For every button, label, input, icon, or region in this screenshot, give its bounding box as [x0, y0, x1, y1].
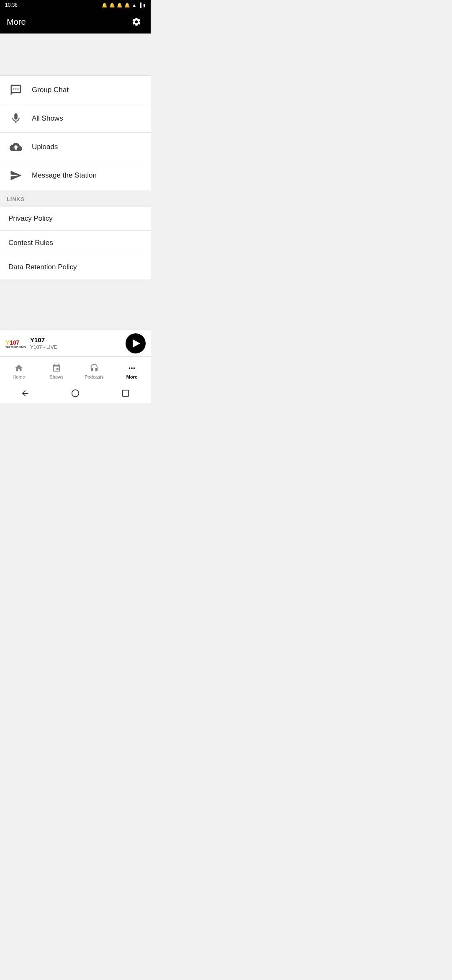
links-section: Privacy Policy Contest Rules Data Retent…: [0, 206, 151, 279]
status-icons: 🔔 🔔 🔔 🔔 ▲ ▐ ▮: [102, 3, 146, 8]
menu-item-label-uploads: Uploads: [32, 143, 58, 151]
home-icon: [14, 363, 24, 373]
menu-item-all-shows[interactable]: All Shows: [0, 104, 151, 133]
notification-icon-2: 🔔: [109, 3, 115, 8]
profile-area: [0, 34, 151, 75]
menu-item-message-station[interactable]: Message the Station: [0, 161, 151, 190]
more-icon: [127, 363, 137, 373]
nav-label-more: More: [126, 374, 137, 379]
shows-icon: [51, 363, 62, 373]
links-section-header: LINKS: [0, 190, 151, 206]
battery-icon: ▮: [143, 3, 146, 8]
links-header-label: LINKS: [7, 196, 25, 202]
notification-icon-4: 🔔: [124, 3, 130, 8]
notification-icon-1: 🔔: [102, 3, 108, 8]
play-button[interactable]: [126, 333, 146, 353]
wifi-icon: ▲: [132, 3, 136, 8]
microphone-icon: [7, 109, 25, 128]
now-playing-info: Y107 Y107 - LIVE: [30, 336, 121, 350]
bottom-nav: Home Shows Podcasts: [0, 356, 151, 383]
signal-icon: ▐: [138, 3, 141, 8]
status-bar: 10:38 🔔 🔔 🔔 🔔 ▲ ▐ ▮: [0, 0, 151, 10]
now-playing-station-name: Y107: [30, 336, 121, 343]
notification-icon-3: 🔔: [117, 3, 123, 8]
back-button[interactable]: [18, 386, 33, 401]
station-logo: Y 107 THE MUSIC STATION • LIMA: [5, 334, 26, 353]
svg-point-4: [72, 390, 79, 397]
menu-item-label-all-shows: All Shows: [32, 114, 63, 123]
menu-item-label-group-chat: Group Chat: [32, 86, 69, 94]
page-title: More: [7, 17, 26, 27]
menu-item-uploads[interactable]: Uploads: [0, 133, 151, 161]
play-icon: [133, 339, 140, 348]
link-item-contest-rules[interactable]: Contest Rules: [0, 231, 151, 255]
now-playing-status: Y107 - LIVE: [30, 344, 121, 350]
menu-item-label-message-station: Message the Station: [32, 171, 97, 180]
svg-rect-5: [123, 390, 129, 397]
chat-icon: [7, 81, 25, 99]
svg-text:107: 107: [10, 340, 19, 346]
system-nav-bar: [0, 383, 151, 403]
upload-icon: [7, 138, 25, 156]
svg-text:Y: Y: [5, 340, 9, 346]
app-bar: More: [0, 10, 151, 34]
nav-item-shows[interactable]: Shows: [38, 357, 75, 383]
settings-button[interactable]: [129, 14, 144, 29]
home-button[interactable]: [68, 386, 83, 401]
nav-label-podcasts: Podcasts: [85, 374, 103, 379]
bottom-spacer: [0, 279, 151, 330]
link-item-privacy-policy[interactable]: Privacy Policy: [0, 206, 151, 231]
podcasts-icon: [89, 363, 99, 373]
link-label-privacy-policy: Privacy Policy: [8, 214, 53, 223]
menu-section: Group Chat All Shows Uploads: [0, 75, 151, 190]
nav-item-podcasts[interactable]: Podcasts: [75, 357, 113, 383]
send-icon: [7, 166, 25, 185]
menu-item-group-chat[interactable]: Group Chat: [0, 76, 151, 104]
nav-item-more[interactable]: More: [113, 357, 151, 383]
link-label-data-retention: Data Retention Policy: [8, 263, 77, 271]
recents-button[interactable]: [118, 386, 133, 401]
nav-label-shows: Shows: [49, 374, 63, 379]
link-item-data-retention[interactable]: Data Retention Policy: [0, 255, 151, 279]
now-playing-bar[interactable]: Y 107 THE MUSIC STATION • LIMA Y107 Y107…: [0, 330, 151, 356]
settings-icon: [131, 17, 141, 27]
nav-item-home[interactable]: Home: [0, 357, 38, 383]
nav-label-home: Home: [13, 374, 25, 379]
svg-text:THE MUSIC STATION • LIMA: THE MUSIC STATION • LIMA: [5, 346, 26, 348]
status-time: 10:38: [5, 2, 18, 8]
link-label-contest-rules: Contest Rules: [8, 239, 53, 247]
